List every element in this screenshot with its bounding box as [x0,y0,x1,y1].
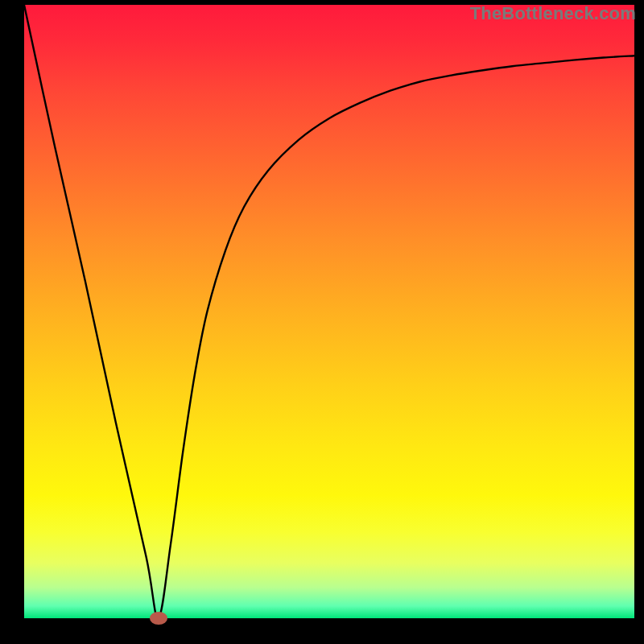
plot-area [24,5,634,618]
optimal-point-marker [150,612,167,625]
watermark-text: TheBottleneck.com [470,3,636,24]
bottleneck-curve [24,5,634,618]
chart-frame: TheBottleneck.com [0,0,644,644]
